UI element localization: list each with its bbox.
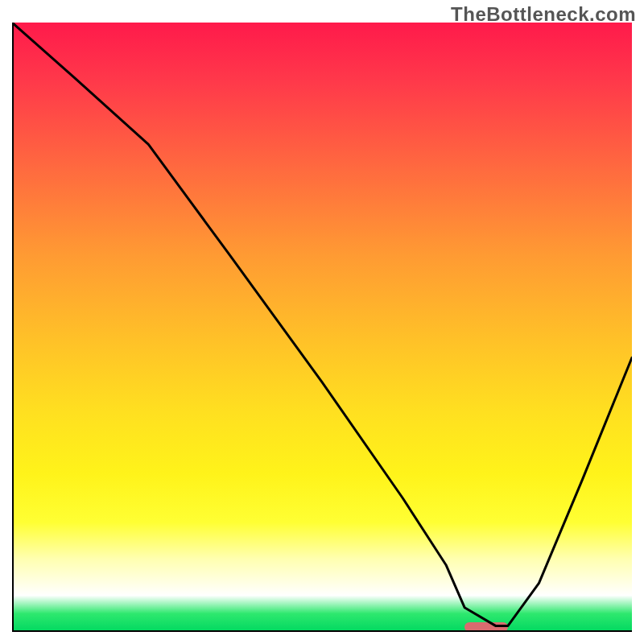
bottleneck-chart: TheBottleneck.com <box>0 0 644 644</box>
plot-area <box>12 23 632 632</box>
x-axis <box>12 630 632 632</box>
bottleneck-curve <box>12 23 632 632</box>
watermark-text: TheBottleneck.com <box>451 3 636 26</box>
y-axis <box>12 23 14 632</box>
